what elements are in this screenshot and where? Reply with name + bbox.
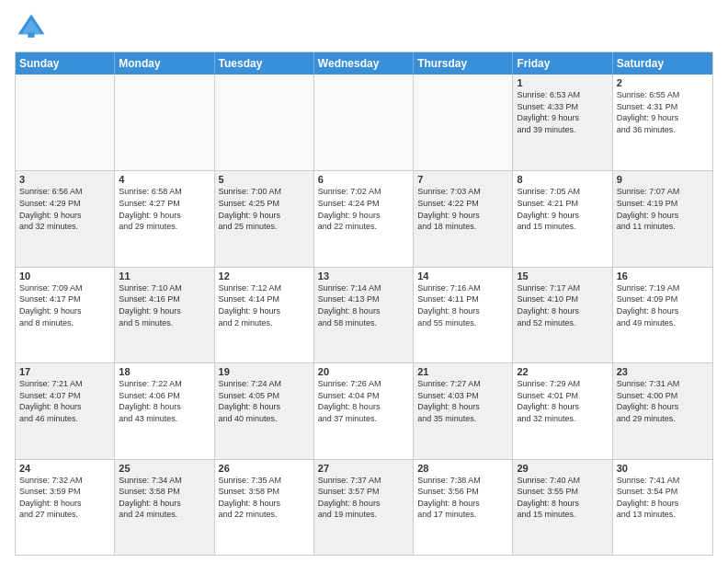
day-info: Sunrise: 7:10 AM Sunset: 4:16 PM Dayligh… [119, 282, 210, 328]
week-row-2: 3Sunrise: 6:56 AM Sunset: 4:29 PM Daylig… [16, 170, 712, 266]
empty-cell [215, 75, 314, 170]
day-info: Sunrise: 7:27 AM Sunset: 4:03 PM Dayligh… [417, 378, 508, 424]
day-info: Sunrise: 7:07 AM Sunset: 4:19 PM Dayligh… [617, 186, 709, 232]
empty-cell [115, 75, 214, 170]
day-info: Sunrise: 7:12 AM Sunset: 4:14 PM Dayligh… [219, 282, 310, 328]
day-cell-9: 9Sunrise: 7:07 AM Sunset: 4:19 PM Daylig… [613, 171, 712, 266]
day-info: Sunrise: 6:55 AM Sunset: 4:31 PM Dayligh… [617, 89, 709, 135]
day-number: 25 [119, 463, 210, 474]
day-info: Sunrise: 7:24 AM Sunset: 4:05 PM Dayligh… [219, 378, 310, 424]
day-number: 14 [417, 270, 508, 282]
day-number: 18 [119, 366, 210, 377]
day-cell-4: 4Sunrise: 6:58 AM Sunset: 4:27 PM Daylig… [115, 171, 214, 266]
weekday-header-thursday: Thursday [414, 52, 513, 75]
day-cell-21: 21Sunrise: 7:27 AM Sunset: 4:03 PM Dayli… [414, 363, 513, 458]
day-info: Sunrise: 7:31 AM Sunset: 4:00 PM Dayligh… [617, 378, 709, 424]
day-info: Sunrise: 7:09 AM Sunset: 4:17 PM Dayligh… [19, 282, 110, 328]
day-info: Sunrise: 7:32 AM Sunset: 3:59 PM Dayligh… [19, 475, 110, 521]
day-number: 29 [517, 463, 608, 474]
empty-cell [16, 75, 115, 170]
day-number: 19 [219, 366, 310, 377]
day-number: 8 [517, 174, 608, 185]
week-row-5: 24Sunrise: 7:32 AM Sunset: 3:59 PM Dayli… [16, 459, 712, 555]
day-cell-18: 18Sunrise: 7:22 AM Sunset: 4:06 PM Dayli… [115, 363, 214, 458]
day-info: Sunrise: 6:53 AM Sunset: 4:33 PM Dayligh… [517, 89, 608, 135]
day-cell-30: 30Sunrise: 7:41 AM Sunset: 3:54 PM Dayli… [613, 460, 712, 555]
logo-icon [15, 11, 48, 44]
day-info: Sunrise: 7:21 AM Sunset: 4:07 PM Dayligh… [19, 378, 110, 424]
day-number: 5 [219, 174, 310, 185]
calendar-body: 1Sunrise: 6:53 AM Sunset: 4:33 PM Daylig… [16, 75, 712, 555]
week-row-1: 1Sunrise: 6:53 AM Sunset: 4:33 PM Daylig… [16, 75, 712, 170]
week-row-3: 10Sunrise: 7:09 AM Sunset: 4:17 PM Dayli… [16, 267, 712, 362]
week-row-4: 17Sunrise: 7:21 AM Sunset: 4:07 PM Dayli… [16, 362, 712, 458]
day-info: Sunrise: 6:58 AM Sunset: 4:27 PM Dayligh… [119, 186, 210, 232]
day-number: 10 [19, 270, 110, 282]
day-cell-27: 27Sunrise: 7:37 AM Sunset: 3:57 PM Dayli… [314, 460, 414, 555]
day-cell-16: 16Sunrise: 7:19 AM Sunset: 4:09 PM Dayli… [613, 268, 712, 362]
day-info: Sunrise: 7:05 AM Sunset: 4:21 PM Dayligh… [517, 186, 608, 232]
day-cell-29: 29Sunrise: 7:40 AM Sunset: 3:55 PM Dayli… [513, 460, 612, 555]
day-number: 12 [219, 270, 310, 282]
day-number: 28 [417, 463, 508, 474]
day-cell-14: 14Sunrise: 7:16 AM Sunset: 4:11 PM Dayli… [414, 268, 513, 362]
day-number: 15 [517, 270, 608, 282]
day-number: 2 [617, 77, 709, 88]
weekday-header-wednesday: Wednesday [314, 52, 414, 75]
day-number: 24 [19, 463, 110, 474]
day-info: Sunrise: 6:56 AM Sunset: 4:29 PM Dayligh… [19, 186, 110, 232]
day-info: Sunrise: 7:22 AM Sunset: 4:06 PM Dayligh… [119, 378, 210, 424]
day-info: Sunrise: 7:37 AM Sunset: 3:57 PM Dayligh… [318, 475, 409, 521]
calendar-header: SundayMondayTuesdayWednesdayThursdayFrid… [16, 52, 712, 75]
day-info: Sunrise: 7:26 AM Sunset: 4:04 PM Dayligh… [318, 378, 409, 424]
day-info: Sunrise: 7:40 AM Sunset: 3:55 PM Dayligh… [517, 475, 608, 521]
day-info: Sunrise: 7:41 AM Sunset: 3:54 PM Dayligh… [617, 475, 709, 521]
day-number: 9 [617, 174, 709, 185]
day-cell-5: 5Sunrise: 7:00 AM Sunset: 4:25 PM Daylig… [215, 171, 314, 266]
day-info: Sunrise: 7:02 AM Sunset: 4:24 PM Dayligh… [318, 186, 409, 232]
page: SundayMondayTuesdayWednesdayThursdayFrid… [0, 0, 728, 563]
weekday-header-monday: Monday [115, 52, 214, 75]
day-cell-11: 11Sunrise: 7:10 AM Sunset: 4:16 PM Dayli… [115, 268, 214, 362]
day-info: Sunrise: 7:19 AM Sunset: 4:09 PM Dayligh… [617, 282, 709, 328]
day-number: 21 [417, 366, 508, 377]
day-number: 1 [517, 77, 608, 88]
day-number: 6 [318, 174, 409, 185]
day-number: 11 [119, 270, 210, 282]
day-number: 27 [318, 463, 409, 474]
day-number: 7 [417, 174, 508, 185]
day-cell-22: 22Sunrise: 7:29 AM Sunset: 4:01 PM Dayli… [513, 363, 612, 458]
weekday-header-tuesday: Tuesday [215, 52, 314, 75]
weekday-header-saturday: Saturday [613, 52, 712, 75]
day-info: Sunrise: 7:16 AM Sunset: 4:11 PM Dayligh… [417, 282, 508, 328]
header [15, 11, 713, 44]
day-cell-20: 20Sunrise: 7:26 AM Sunset: 4:04 PM Dayli… [314, 363, 414, 458]
day-number: 3 [19, 174, 110, 185]
day-cell-13: 13Sunrise: 7:14 AM Sunset: 4:13 PM Dayli… [314, 268, 414, 362]
day-cell-10: 10Sunrise: 7:09 AM Sunset: 4:17 PM Dayli… [16, 268, 115, 362]
day-info: Sunrise: 7:00 AM Sunset: 4:25 PM Dayligh… [219, 186, 310, 232]
empty-cell [314, 75, 414, 170]
day-cell-23: 23Sunrise: 7:31 AM Sunset: 4:00 PM Dayli… [613, 363, 712, 458]
logo [15, 11, 51, 44]
day-cell-2: 2Sunrise: 6:55 AM Sunset: 4:31 PM Daylig… [613, 75, 712, 170]
day-cell-15: 15Sunrise: 7:17 AM Sunset: 4:10 PM Dayli… [513, 268, 612, 362]
day-info: Sunrise: 7:29 AM Sunset: 4:01 PM Dayligh… [517, 378, 608, 424]
calendar: SundayMondayTuesdayWednesdayThursdayFrid… [15, 52, 713, 556]
day-number: 26 [219, 463, 310, 474]
day-cell-26: 26Sunrise: 7:35 AM Sunset: 3:58 PM Dayli… [215, 460, 314, 555]
day-number: 4 [119, 174, 210, 185]
day-number: 17 [19, 366, 110, 377]
weekday-header-sunday: Sunday [16, 52, 115, 75]
svg-rect-2 [28, 32, 34, 37]
weekday-header-friday: Friday [513, 52, 612, 75]
day-number: 13 [318, 270, 409, 282]
day-cell-24: 24Sunrise: 7:32 AM Sunset: 3:59 PM Dayli… [16, 460, 115, 555]
day-info: Sunrise: 7:38 AM Sunset: 3:56 PM Dayligh… [417, 475, 508, 521]
day-info: Sunrise: 7:35 AM Sunset: 3:58 PM Dayligh… [219, 475, 310, 521]
day-cell-6: 6Sunrise: 7:02 AM Sunset: 4:24 PM Daylig… [314, 171, 414, 266]
day-cell-3: 3Sunrise: 6:56 AM Sunset: 4:29 PM Daylig… [16, 171, 115, 266]
day-cell-17: 17Sunrise: 7:21 AM Sunset: 4:07 PM Dayli… [16, 363, 115, 458]
day-info: Sunrise: 7:03 AM Sunset: 4:22 PM Dayligh… [417, 186, 508, 232]
day-number: 23 [617, 366, 709, 377]
